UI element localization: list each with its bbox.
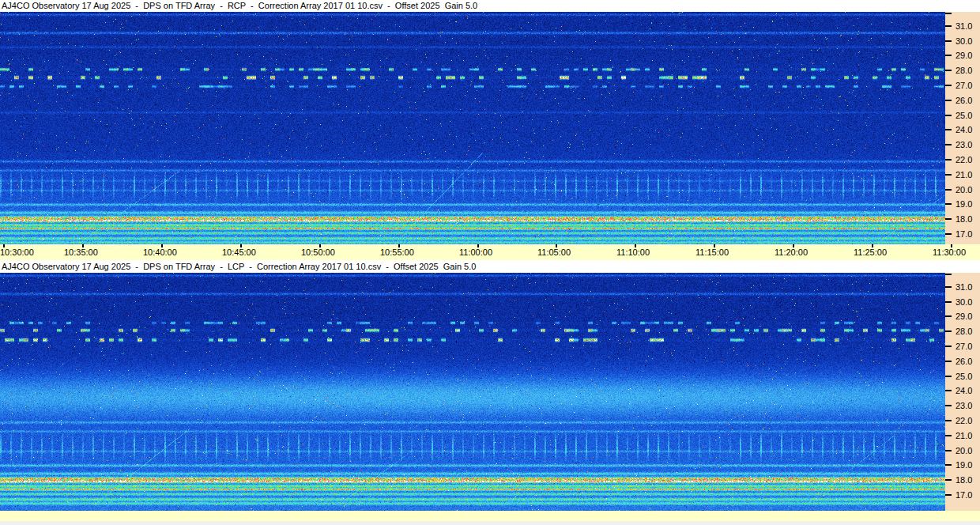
window-footer-strip (0, 521, 980, 525)
time-tick-label: 11:30:00 (933, 247, 966, 257)
freq-tick-label: 26.0 (956, 357, 972, 366)
freq-tick-label: 28.0 (956, 66, 972, 75)
time-axis-clipped (0, 511, 980, 521)
freq-tick (945, 330, 952, 332)
time-tick-label: 11:15:00 (695, 247, 729, 257)
freq-tick (945, 203, 952, 205)
freq-tick (945, 479, 952, 481)
freq-tick (945, 174, 952, 176)
time-tick-label: 11:20:00 (775, 247, 808, 257)
time-tick-label: 10:50:00 (301, 247, 335, 257)
freq-tick (945, 405, 952, 406)
freq-tick-label: 19.0 (956, 199, 972, 209)
freq-tick (945, 100, 952, 101)
freq-tick (945, 420, 952, 421)
freq-tick (945, 390, 952, 391)
freq-tick (945, 274, 952, 275)
freq-tick (945, 144, 952, 145)
freq-tick-label: 18.0 (956, 475, 972, 485)
spectrograph-window: AJ4CO Observatory 17 Aug 2025 - DPS on T… (0, 0, 980, 525)
panel-rcp: 31.030.029.028.027.026.025.024.023.022.0… (0, 12, 980, 244)
freq-tick-label: 30.0 (956, 36, 972, 46)
freq-tick (945, 301, 952, 303)
freq-tick (945, 494, 952, 496)
freq-tick-label: 28.0 (956, 327, 972, 336)
freq-tick (945, 13, 952, 14)
freq-axis-lcp: 31.030.029.028.027.026.025.024.023.022.0… (945, 273, 980, 511)
freq-tick-label: 22.0 (956, 155, 972, 164)
time-tick-label: 10:40:00 (143, 247, 177, 257)
freq-tick (945, 115, 952, 116)
time-tick-label: 11:05:00 (537, 247, 571, 257)
freq-tick-label: 31.0 (956, 282, 972, 292)
freq-tick-label: 29.0 (956, 51, 972, 60)
freq-tick-label: 18.0 (956, 214, 972, 224)
freq-tick-label: 20.0 (956, 446, 972, 455)
freq-tick (945, 85, 952, 86)
freq-tick (945, 286, 952, 288)
freq-tick (945, 233, 952, 235)
time-tick-label: 10:35:00 (64, 247, 98, 257)
time-tick-label: 10:55:00 (380, 247, 414, 257)
freq-tick-label: 26.0 (956, 96, 972, 105)
freq-tick-label: 17.0 (956, 490, 972, 500)
freq-tick-label: 27.0 (956, 342, 972, 351)
freq-axis-rcp: 31.030.029.028.027.026.025.024.023.022.0… (945, 12, 980, 244)
time-tick-label: 10:45:00 (222, 247, 256, 257)
freq-tick-label: 21.0 (956, 431, 972, 440)
spectrogram-lcp (0, 273, 945, 511)
freq-tick (945, 346, 952, 347)
freq-tick-label: 17.0 (956, 229, 972, 239)
freq-tick-label: 20.0 (956, 185, 972, 195)
freq-tick-label: 19.0 (956, 460, 972, 470)
freq-tick (945, 40, 952, 42)
panel-lcp: 31.030.029.028.027.026.025.024.023.022.0… (0, 273, 980, 511)
freq-tick (945, 129, 952, 130)
freq-tick (945, 218, 952, 220)
time-tick-label: 11:00:00 (459, 247, 492, 257)
time-tick-label: 11:25:00 (854, 247, 887, 257)
freq-tick (945, 159, 952, 161)
freq-tick (945, 55, 952, 56)
freq-tick-label: 22.0 (956, 416, 972, 425)
freq-tick-label: 29.0 (956, 312, 972, 321)
time-tick-label: 11:10:00 (616, 247, 650, 257)
freq-tick-label: 24.0 (956, 125, 972, 134)
spectrogram-rcp (0, 12, 945, 244)
freq-tick (945, 450, 952, 451)
freq-tick-label: 23.0 (956, 140, 972, 149)
freq-tick (945, 376, 952, 377)
freq-tick (945, 25, 952, 27)
freq-tick-label: 25.0 (956, 372, 972, 381)
panel-title-lcp: AJ4CO Observatory 17 Aug 2025 - DPS on T… (0, 260, 980, 273)
freq-tick-label: 23.0 (956, 401, 972, 410)
freq-tick (945, 361, 952, 362)
time-tick-label: 10:30:00 (0, 247, 34, 257)
freq-tick-label: 31.0 (956, 21, 972, 31)
freq-tick (945, 189, 952, 191)
freq-tick-label: 30.0 (956, 297, 972, 307)
freq-tick-label: 24.0 (956, 386, 972, 395)
freq-tick (945, 435, 952, 436)
time-axis: 10:30:0010:35:0010:40:0010:45:0010:50:00… (0, 244, 980, 260)
freq-tick (945, 315, 952, 317)
freq-tick (945, 464, 952, 466)
freq-tick-label: 25.0 (956, 111, 972, 120)
panel-title-rcp: AJ4CO Observatory 17 Aug 2025 - DPS on T… (0, 0, 980, 12)
freq-tick-label: 27.0 (956, 81, 972, 90)
freq-tick-label: 21.0 (956, 170, 972, 179)
freq-tick (945, 70, 952, 71)
